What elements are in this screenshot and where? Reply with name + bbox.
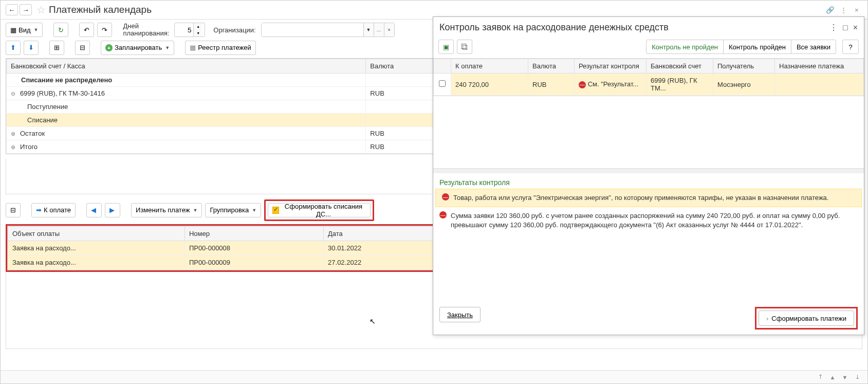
highlight-form-writeoffs: Сформировать списания ДС...	[264, 199, 374, 221]
col-checkbox[interactable]	[434, 59, 451, 74]
expand-button[interactable]: ⊞	[49, 41, 64, 55]
status-down-button[interactable]: ▼	[840, 373, 850, 382]
control-dialog: Контроль заявок на расходование денежных…	[433, 16, 864, 335]
refresh-icon: ↻	[58, 26, 64, 34]
col-currency[interactable]: Валюта	[528, 59, 575, 74]
status-top-button[interactable]: ⤒	[815, 373, 825, 382]
arrow-right-icon: ➡	[36, 206, 42, 214]
doc-icon: ▣	[443, 43, 449, 51]
dialog-menu-button[interactable]: ⋮	[829, 23, 838, 32]
grid-icon: ▦	[10, 26, 16, 34]
form-payments-button[interactable]: › Сформировать платежи	[759, 310, 854, 326]
form-writeoffs-button[interactable]: Сформировать списания ДС...	[268, 203, 371, 217]
dialog-close-button[interactable]: ×	[853, 23, 858, 32]
arrow-down-icon: ⬇	[28, 44, 34, 51]
dialog-grid-header: К оплате Валюта Результат контроля Банко…	[434, 59, 864, 74]
warning-text: Товар, работа или услуга "Электрическая …	[453, 193, 855, 203]
close-label: Закрыть	[447, 311, 473, 319]
chevron-down-icon: ▼	[252, 208, 256, 213]
hierarchy-icon: ⊟	[80, 44, 85, 51]
days-input[interactable]	[175, 26, 193, 34]
results-title: Результаты контроля	[433, 173, 864, 189]
days-spinner[interactable]: ▲ ▼	[174, 23, 205, 37]
col-result[interactable]: Результат контроля	[575, 59, 647, 74]
more-icon[interactable]: ⋮	[838, 5, 849, 15]
spinner-down-button[interactable]: ▼	[194, 30, 202, 36]
copy-icon: ⿻	[461, 43, 468, 51]
plus-icon: +	[105, 44, 113, 51]
plan-button[interactable]: + Запланировать ▼	[101, 41, 174, 55]
expand-icon[interactable]: ⊕	[11, 131, 17, 137]
to-pay-label: К оплате	[44, 206, 71, 214]
dialog-grid[interactable]: К оплате Валюта Результат контроля Банко…	[433, 59, 864, 96]
refresh-button[interactable]: ↻	[53, 23, 68, 37]
favorite-star-icon[interactable]: ☆	[36, 4, 46, 16]
spinner-up-button[interactable]: ▲	[194, 23, 202, 30]
org-combo[interactable]: ▼ … ×	[261, 23, 395, 37]
move-down-button[interactable]: ⬇	[24, 41, 39, 55]
status-bar: ⤒ ▲ ▼ ⤓	[1, 370, 867, 383]
grouping-button[interactable]: Группировка ▼	[205, 203, 261, 217]
col-purpose[interactable]: Назначение платежа	[775, 59, 864, 74]
org-input[interactable]	[262, 23, 363, 36]
to-pay-button[interactable]: ➡ К оплате	[31, 203, 76, 217]
hierarchy-button[interactable]: ⊟	[75, 41, 90, 55]
status-up-button[interactable]: ▲	[827, 373, 838, 382]
expand-icon[interactable]: ⊕	[11, 144, 17, 151]
warning-text: Сумма заявки 120 360,00 руб. с учетом ра…	[451, 211, 858, 230]
dialog-grid-row[interactable]: 240 720,00 RUB — См. "Результат... 6999 …	[434, 74, 864, 96]
arrow-up-icon: ⬆	[10, 44, 16, 51]
stop-icon: —	[439, 211, 447, 218]
combo-clear-button[interactable]: ×	[384, 23, 394, 36]
filter-all-button[interactable]: Все заявки	[791, 40, 836, 54]
tree-button[interactable]: ⊟	[6, 203, 21, 217]
view-button[interactable]: ▦ Вид ▼	[6, 23, 43, 37]
nav-back-button[interactable]: ←	[6, 4, 18, 15]
undo-button[interactable]: ↶	[79, 23, 94, 37]
dialog-scrollbar[interactable]	[433, 168, 864, 173]
form-writeoffs-label: Сформировать списания ДС...	[281, 203, 366, 218]
redo-button[interactable]: ↷	[97, 23, 112, 37]
collapse-icon[interactable]: ⊖	[11, 90, 17, 97]
stop-icon: —	[579, 81, 586, 88]
col-object[interactable]: Объект оплаты	[8, 226, 185, 241]
grouping-label: Группировка	[210, 206, 249, 214]
tree-icon: ⊟	[10, 206, 16, 214]
expand-icon: ⊞	[54, 44, 60, 51]
col-number[interactable]: Номер	[184, 226, 323, 241]
chevron-down-icon: ▼	[165, 45, 170, 50]
combo-dropdown-button[interactable]: ▼	[363, 23, 374, 36]
close-icon[interactable]: ×	[851, 5, 862, 15]
col-account[interactable]: Банковский счет / Касса	[7, 59, 366, 73]
chevron-right-icon: ›	[766, 315, 768, 322]
change-payment-button[interactable]: Изменить платеж ▼	[131, 203, 202, 217]
chevron-down-icon: ▼	[193, 208, 197, 213]
status-bottom-button[interactable]: ⤓	[852, 373, 862, 382]
dialog-title: Контроль заявок на расходование денежных…	[439, 22, 669, 33]
highlight-form-payments: › Сформировать платежи	[755, 307, 858, 330]
dialog-help-button[interactable]: ?	[842, 40, 859, 54]
dialog-maximize-button[interactable]: □	[843, 23, 848, 32]
undo-icon: ↶	[84, 26, 89, 34]
registry-button[interactable]: ▦ Реестр платежей	[185, 41, 256, 55]
filter-passed-button[interactable]: Контроль пройден	[723, 40, 791, 54]
warning-row: — Сумма заявки 120 360,00 руб. с учетом …	[433, 207, 864, 234]
prev-button[interactable]: ◀	[86, 203, 102, 217]
dialog-doc-button[interactable]: ▣	[438, 40, 454, 54]
col-account[interactable]: Банковский счет	[647, 59, 713, 74]
col-recipient[interactable]: Получатель	[713, 59, 775, 74]
change-payment-label: Изменить платеж	[136, 206, 190, 214]
move-up-button[interactable]: ⬆	[6, 41, 21, 55]
link-icon[interactable]: 🔗	[824, 5, 836, 15]
filter-not-passed-button[interactable]: Контроль не пройден	[646, 40, 724, 54]
redo-icon: ↷	[102, 26, 107, 34]
close-button[interactable]: Закрыть	[439, 307, 481, 322]
row-checkbox[interactable]	[439, 80, 446, 87]
combo-more-button[interactable]: …	[374, 23, 384, 36]
checkbox-icon	[272, 207, 279, 214]
next-button[interactable]: ▶	[105, 203, 120, 217]
col-to-pay[interactable]: К оплате	[451, 59, 528, 74]
form-payments-label: Сформировать платежи	[771, 315, 846, 322]
dialog-copy-button[interactable]: ⿻	[457, 40, 472, 54]
nav-forward-button[interactable]: →	[20, 4, 32, 15]
